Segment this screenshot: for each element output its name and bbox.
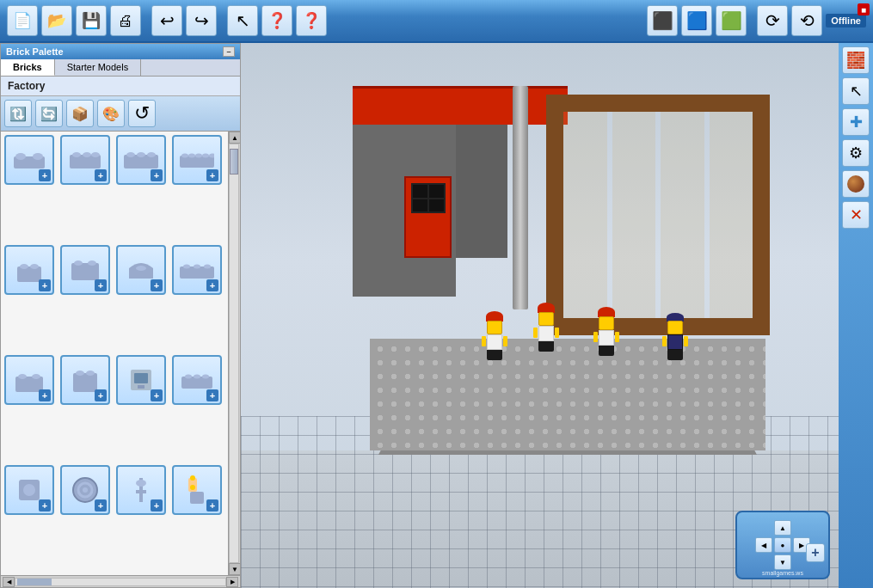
svg-point-8 xyxy=(126,152,135,157)
brick-item[interactable]: + xyxy=(172,245,222,295)
svg-point-6 xyxy=(91,152,100,157)
svg-point-25 xyxy=(183,265,190,269)
palette-scrollbar[interactable]: ▲ ▼ xyxy=(228,132,240,575)
svg-rect-20 xyxy=(71,263,99,280)
nav-center-btn[interactable]: ● xyxy=(774,537,791,553)
nav-control: ▲ ◀ ● ▶ ▼ + smallgames.ws xyxy=(735,511,830,579)
brick-item[interactable]: + xyxy=(60,135,110,185)
tab-starter-models[interactable]: Starter Models xyxy=(55,59,142,76)
brick-add-icon: + xyxy=(206,389,218,401)
select-button[interactable]: ↖ xyxy=(227,5,258,36)
brick-add-icon: + xyxy=(39,499,51,511)
scroll-track[interactable] xyxy=(229,144,239,563)
window-close-button[interactable]: ■ xyxy=(858,3,870,15)
palette-tool-reset[interactable]: ↺ xyxy=(128,100,156,127)
minifig-torso-row xyxy=(482,334,507,350)
brick-item[interactable]: + xyxy=(116,135,166,185)
building-door xyxy=(404,176,452,258)
print-button[interactable]: 🖨 xyxy=(110,5,141,36)
palette-minimize-button[interactable]: – xyxy=(223,46,235,57)
help2-button[interactable]: ❓ xyxy=(296,5,327,36)
help1-button[interactable]: ❓ xyxy=(261,5,292,36)
brick-item[interactable]: + xyxy=(116,465,166,515)
minifig-arm-right xyxy=(684,336,688,346)
palette-tool-spin[interactable]: 🔄 xyxy=(35,100,63,127)
svg-rect-35 xyxy=(134,373,148,383)
svg-point-23 xyxy=(136,266,146,271)
minifig-body xyxy=(487,334,502,350)
rotate-cw-button[interactable]: ⟳ xyxy=(757,5,788,36)
toolbar-right: ⬛ 🟦 🟩 ⟳ ⟲ Offline xyxy=(647,5,866,36)
palette-tool-color[interactable]: 🎨 xyxy=(97,100,125,127)
palette-title: Brick Palette xyxy=(6,46,64,57)
nav-down-arrow[interactable]: ▼ xyxy=(774,554,791,570)
palette-tool-refresh[interactable]: 🔃 xyxy=(4,100,32,127)
brick-item[interactable]: + xyxy=(4,245,54,295)
svg-point-2 xyxy=(33,153,43,160)
brick-add-icon: + xyxy=(151,499,163,511)
brick-item[interactable]: + xyxy=(116,355,166,405)
scroll-left-arrow[interactable]: ◀ xyxy=(3,577,15,587)
brick-item[interactable]: + xyxy=(4,465,54,515)
redo-button[interactable]: ↪ xyxy=(186,5,217,36)
scroll-right-arrow[interactable]: ▶ xyxy=(226,577,238,587)
svg-point-48 xyxy=(136,480,146,487)
scroll-thumb[interactable] xyxy=(230,149,238,175)
brick-item[interactable]: + xyxy=(60,355,110,405)
nav-left-arrow[interactable]: ◀ xyxy=(755,537,772,553)
brick-item[interactable]: + xyxy=(172,355,222,405)
scroll-down-arrow[interactable]: ▼ xyxy=(229,563,240,575)
rotate-ccw-button[interactable]: ⟲ xyxy=(791,5,822,36)
viewport[interactable]: ▲ ◀ ● ▶ ▼ + smallgames.ws 🧱 ↖ ✚ ⚙ ✕ xyxy=(241,43,873,588)
scroll-up-arrow[interactable]: ▲ xyxy=(229,132,240,144)
svg-rect-36 xyxy=(138,385,144,389)
tab-bricks[interactable]: Bricks xyxy=(1,59,55,76)
svg-point-52 xyxy=(190,485,195,490)
right-tool-add[interactable]: ✚ xyxy=(842,108,870,136)
palette-horizontal-scrollbar[interactable]: ◀ ▶ xyxy=(1,575,240,587)
undo-button[interactable]: ↩ xyxy=(151,5,182,36)
wall-window-pane xyxy=(612,112,656,318)
save-button[interactable]: 💾 xyxy=(76,5,107,36)
svg-point-40 xyxy=(202,375,209,379)
right-tool-sphere[interactable] xyxy=(842,170,870,198)
palette-tool-box[interactable]: 📦 xyxy=(66,100,94,127)
brick-item[interactable]: + xyxy=(172,465,222,515)
right-tool-palette[interactable]: 🧱 xyxy=(842,46,870,74)
svg-point-30 xyxy=(32,374,40,379)
svg-point-13 xyxy=(188,154,195,158)
right-tool-paint[interactable]: ⚙ xyxy=(842,139,870,167)
palette-titlebar: Brick Palette – xyxy=(1,44,240,59)
minifig-2 xyxy=(533,303,559,352)
brick-item[interactable]: + xyxy=(4,355,54,405)
view2-button[interactable]: 🟦 xyxy=(681,5,712,36)
svg-point-38 xyxy=(185,375,192,379)
nav-up-arrow[interactable]: ▲ xyxy=(774,520,791,536)
brick-item[interactable]: + xyxy=(60,245,110,295)
offline-status: Offline xyxy=(826,14,866,28)
minifig-legs xyxy=(538,341,554,352)
right-tool-delete[interactable]: ✕ xyxy=(842,201,870,229)
right-tool-select[interactable]: ↖ xyxy=(842,77,870,105)
view1-button[interactable]: ⬛ xyxy=(647,5,678,36)
brick-item[interactable]: + xyxy=(4,135,54,185)
minifig-head xyxy=(667,321,683,334)
brick-item[interactable]: + xyxy=(172,135,222,185)
view3-button[interactable]: 🟩 xyxy=(716,5,747,36)
svg-point-21 xyxy=(74,260,83,266)
brick-item[interactable]: + xyxy=(60,465,110,515)
minifig-arm-left xyxy=(662,336,667,346)
brick-add-icon: + xyxy=(39,389,51,401)
svg-point-29 xyxy=(18,374,27,379)
brick-item[interactable]: + xyxy=(116,245,166,295)
minifig-arm-left xyxy=(482,336,486,346)
minifig-arm-left xyxy=(533,328,538,338)
new-button[interactable]: 📄 xyxy=(7,5,38,36)
h-scroll-track[interactable] xyxy=(15,578,226,586)
svg-rect-31 xyxy=(73,373,97,392)
svg-point-1 xyxy=(15,153,26,160)
nav-zoom-in-button[interactable]: + xyxy=(806,543,825,562)
open-button[interactable]: 📂 xyxy=(41,5,72,36)
h-scroll-thumb[interactable] xyxy=(17,579,52,585)
brick-add-icon: + xyxy=(206,279,218,291)
